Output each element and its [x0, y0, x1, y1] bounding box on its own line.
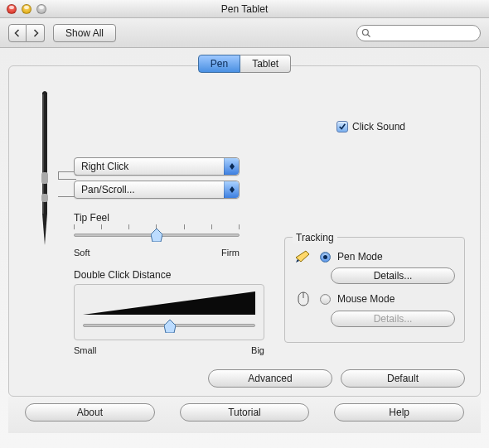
dcd-thumb [164, 320, 176, 333]
nav-back-forward [8, 24, 45, 42]
mouse-mode-radio[interactable] [320, 294, 331, 305]
default-button[interactable]: Default [341, 369, 465, 388]
window-controls [7, 4, 46, 14]
lower-button-select[interactable]: Pan/Scroll... [74, 181, 240, 199]
click-sound-checkbox[interactable] [336, 121, 348, 132]
click-sound-label: Click Sound [352, 121, 405, 132]
back-button[interactable] [8, 24, 27, 42]
pen-mode-radio[interactable] [320, 252, 331, 263]
help-button[interactable]: Help [334, 403, 464, 422]
svg-point-0 [363, 29, 369, 35]
search-input[interactable] [356, 25, 481, 41]
about-button[interactable]: About [25, 403, 155, 422]
svg-rect-2 [41, 172, 48, 184]
mouse-mode-details-button: Details... [331, 311, 455, 327]
pen-icon [36, 89, 54, 247]
select-arrows-icon [224, 158, 239, 175]
double-click-distance-group: Double Click Distance [74, 269, 264, 355]
search-icon [361, 28, 371, 38]
advanced-button[interactable]: Advanced [208, 369, 332, 388]
tracking-title: Tracking [293, 232, 337, 243]
lower-button-value: Pan/Scroll... [75, 184, 224, 195]
dcd-min: Small [74, 345, 97, 355]
tip-feel-group: Tip Feel Soft Firm [74, 212, 240, 258]
minimize-window-button[interactable] [22, 4, 31, 14]
dcd-label: Double Click Distance [74, 269, 264, 281]
svg-rect-3 [41, 194, 48, 202]
dcd-max: Big [251, 345, 264, 355]
upper-button-select[interactable]: Right Click [74, 157, 240, 176]
pen-illustration [24, 86, 65, 355]
toolbar: Show All [0, 18, 489, 48]
window-title: Pen Tablet [0, 3, 489, 15]
zoom-window-button[interactable] [36, 4, 46, 14]
show-all-button[interactable]: Show All [53, 24, 116, 42]
chevron-left-icon [13, 29, 22, 37]
mouse-icon [297, 291, 310, 307]
pen-mode-details-button[interactable]: Details... [331, 267, 455, 284]
forward-button[interactable] [27, 24, 45, 42]
chevron-right-icon [31, 29, 40, 37]
upper-button-value: Right Click [75, 161, 224, 172]
pen-tip-icon [294, 249, 312, 264]
tutorial-button[interactable]: Tutorial [180, 403, 310, 422]
tabstrip: Pen Tablet [8, 55, 481, 75]
tip-feel-slider[interactable] [74, 227, 240, 243]
dcd-slider[interactable] [83, 320, 255, 331]
pen-panel: Right Click Pan/Scroll... Tip Feel [8, 65, 481, 397]
titlebar: Pen Tablet [0, 0, 489, 18]
mouse-mode-label: Mouse Mode [337, 293, 395, 305]
close-window-button[interactable] [7, 4, 17, 14]
checkmark-icon [338, 123, 346, 131]
tracking-group: Tracking Pen Mode Details... [284, 232, 465, 343]
dcd-wedge-icon [83, 291, 255, 316]
tip-feel-label: Tip Feel [74, 212, 240, 224]
svg-marker-4 [83, 291, 255, 315]
search-field [356, 25, 481, 41]
content-area: Pen Tablet [0, 48, 489, 448]
tab-pen[interactable]: Pen [198, 55, 240, 73]
tab-tablet[interactable]: Tablet [240, 55, 291, 73]
tip-feel-max: Firm [221, 248, 240, 258]
tip-feel-min: Soft [74, 248, 90, 258]
pen-mode-label: Pen Mode [337, 251, 383, 263]
svg-line-1 [368, 34, 370, 36]
select-arrows-icon [224, 181, 239, 198]
click-sound-row: Click Sound [336, 121, 405, 132]
